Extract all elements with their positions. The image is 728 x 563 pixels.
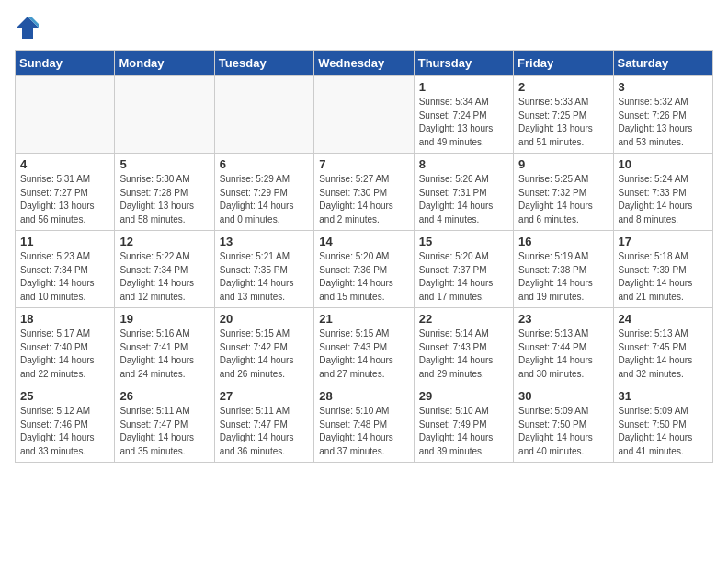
day-cell: 15Sunrise: 5:20 AM Sunset: 7:37 PM Dayli… — [414, 231, 513, 308]
day-info: Sunrise: 5:22 AM Sunset: 7:34 PM Dayligh… — [119, 250, 209, 304]
day-info: Sunrise: 5:11 AM Sunset: 7:47 PM Dayligh… — [119, 405, 209, 458]
day-cell: 25Sunrise: 5:12 AM Sunset: 7:46 PM Dayli… — [16, 385, 115, 463]
day-cell — [214, 76, 313, 154]
calendar-header: SundayMondayTuesdayWednesdayThursdayFrid… — [16, 51, 713, 76]
day-number: 25 — [20, 389, 109, 403]
day-cell: 9Sunrise: 5:25 AM Sunset: 7:32 PM Daylig… — [514, 154, 613, 231]
day-number: 13 — [220, 235, 309, 248]
day-cell: 20Sunrise: 5:15 AM Sunset: 7:42 PM Dayli… — [214, 308, 313, 385]
day-number: 10 — [619, 157, 708, 171]
day-number: 20 — [220, 312, 309, 326]
day-cell: 14Sunrise: 5:20 AM Sunset: 7:36 PM Dayli… — [314, 231, 414, 308]
day-cell: 16Sunrise: 5:19 AM Sunset: 7:38 PM Dayli… — [514, 231, 613, 308]
day-cell: 29Sunrise: 5:10 AM Sunset: 7:49 PM Dayli… — [414, 385, 513, 463]
day-cell: 27Sunrise: 5:11 AM Sunset: 7:47 PM Dayli… — [214, 385, 313, 463]
day-info: Sunrise: 5:20 AM Sunset: 7:37 PM Dayligh… — [419, 250, 508, 304]
day-cell: 19Sunrise: 5:16 AM Sunset: 7:41 PM Dayli… — [115, 308, 214, 385]
day-number: 1 — [419, 80, 508, 94]
day-info: Sunrise: 5:31 AM Sunset: 7:27 PM Dayligh… — [20, 173, 109, 226]
day-number: 11 — [20, 235, 109, 248]
day-info: Sunrise: 5:09 AM Sunset: 7:50 PM Dayligh… — [518, 405, 608, 458]
day-info: Sunrise: 5:16 AM Sunset: 7:41 PM Dayligh… — [119, 327, 209, 381]
header-day-thursday: Thursday — [414, 51, 513, 76]
day-number: 6 — [220, 157, 309, 171]
day-info: Sunrise: 5:15 AM Sunset: 7:43 PM Dayligh… — [319, 327, 408, 381]
day-number: 15 — [419, 235, 508, 248]
day-info: Sunrise: 5:10 AM Sunset: 7:48 PM Dayligh… — [319, 405, 408, 458]
day-number: 9 — [518, 157, 608, 171]
day-info: Sunrise: 5:29 AM Sunset: 7:29 PM Dayligh… — [220, 173, 309, 226]
day-cell: 3Sunrise: 5:32 AM Sunset: 7:26 PM Daylig… — [613, 76, 712, 154]
header — [15, 15, 713, 40]
day-info: Sunrise: 5:13 AM Sunset: 7:45 PM Dayligh… — [619, 327, 708, 381]
day-number: 5 — [119, 157, 209, 171]
day-info: Sunrise: 5:33 AM Sunset: 7:25 PM Dayligh… — [518, 96, 608, 149]
week-row-1: 4Sunrise: 5:31 AM Sunset: 7:27 PM Daylig… — [16, 154, 713, 231]
header-day-wednesday: Wednesday — [314, 51, 414, 76]
day-info: Sunrise: 5:09 AM Sunset: 7:50 PM Dayligh… — [619, 405, 708, 458]
day-number: 12 — [119, 235, 209, 248]
day-cell: 23Sunrise: 5:13 AM Sunset: 7:44 PM Dayli… — [514, 308, 613, 385]
header-day-tuesday: Tuesday — [214, 51, 313, 76]
calendar-body: 1Sunrise: 5:34 AM Sunset: 7:24 PM Daylig… — [16, 76, 713, 463]
day-cell — [115, 76, 214, 154]
day-info: Sunrise: 5:25 AM Sunset: 7:32 PM Dayligh… — [518, 173, 608, 226]
day-cell: 7Sunrise: 5:27 AM Sunset: 7:30 PM Daylig… — [314, 154, 414, 231]
day-number: 30 — [518, 389, 608, 403]
day-info: Sunrise: 5:17 AM Sunset: 7:40 PM Dayligh… — [20, 327, 109, 381]
day-number: 26 — [119, 389, 209, 403]
day-number: 19 — [119, 312, 209, 326]
day-cell: 22Sunrise: 5:14 AM Sunset: 7:43 PM Dayli… — [414, 308, 513, 385]
page: SundayMondayTuesdayWednesdayThursdayFrid… — [0, 0, 728, 563]
header-row: SundayMondayTuesdayWednesdayThursdayFrid… — [16, 51, 713, 76]
day-number: 4 — [20, 157, 109, 171]
day-cell: 24Sunrise: 5:13 AM Sunset: 7:45 PM Dayli… — [613, 308, 712, 385]
day-info: Sunrise: 5:12 AM Sunset: 7:46 PM Dayligh… — [20, 405, 109, 458]
day-cell: 12Sunrise: 5:22 AM Sunset: 7:34 PM Dayli… — [115, 231, 214, 308]
day-info: Sunrise: 5:32 AM Sunset: 7:26 PM Dayligh… — [619, 96, 708, 149]
day-number: 31 — [619, 389, 708, 403]
day-cell: 17Sunrise: 5:18 AM Sunset: 7:39 PM Dayli… — [613, 231, 712, 308]
day-number: 22 — [419, 312, 508, 326]
week-row-4: 25Sunrise: 5:12 AM Sunset: 7:46 PM Dayli… — [16, 385, 713, 463]
day-info: Sunrise: 5:23 AM Sunset: 7:34 PM Dayligh… — [20, 250, 109, 304]
day-number: 18 — [20, 312, 109, 326]
day-info: Sunrise: 5:15 AM Sunset: 7:42 PM Dayligh… — [220, 327, 309, 381]
week-row-0: 1Sunrise: 5:34 AM Sunset: 7:24 PM Daylig… — [16, 76, 713, 154]
day-number: 21 — [319, 312, 408, 326]
header-day-sunday: Sunday — [16, 51, 115, 76]
day-number: 29 — [419, 389, 508, 403]
day-number: 24 — [619, 312, 708, 326]
day-number: 28 — [319, 389, 408, 403]
day-info: Sunrise: 5:26 AM Sunset: 7:31 PM Dayligh… — [419, 173, 508, 226]
day-cell — [314, 76, 414, 154]
day-number: 7 — [319, 157, 408, 171]
day-info: Sunrise: 5:34 AM Sunset: 7:24 PM Dayligh… — [419, 96, 508, 149]
day-number: 14 — [319, 235, 408, 248]
day-info: Sunrise: 5:21 AM Sunset: 7:35 PM Dayligh… — [220, 250, 309, 304]
header-day-monday: Monday — [115, 51, 214, 76]
day-cell: 11Sunrise: 5:23 AM Sunset: 7:34 PM Dayli… — [16, 231, 115, 308]
day-info: Sunrise: 5:11 AM Sunset: 7:47 PM Dayligh… — [220, 405, 309, 458]
week-row-2: 11Sunrise: 5:23 AM Sunset: 7:34 PM Dayli… — [16, 231, 713, 308]
day-number: 17 — [619, 235, 708, 248]
day-cell: 10Sunrise: 5:24 AM Sunset: 7:33 PM Dayli… — [613, 154, 712, 231]
day-number: 3 — [619, 80, 708, 94]
day-info: Sunrise: 5:24 AM Sunset: 7:33 PM Dayligh… — [619, 173, 708, 226]
day-info: Sunrise: 5:20 AM Sunset: 7:36 PM Dayligh… — [319, 250, 408, 304]
day-info: Sunrise: 5:19 AM Sunset: 7:38 PM Dayligh… — [518, 250, 608, 304]
day-cell: 6Sunrise: 5:29 AM Sunset: 7:29 PM Daylig… — [214, 154, 313, 231]
day-number: 2 — [518, 80, 608, 94]
calendar-table: SundayMondayTuesdayWednesdayThursdayFrid… — [15, 50, 713, 463]
day-info: Sunrise: 5:30 AM Sunset: 7:28 PM Dayligh… — [119, 173, 209, 226]
day-cell: 18Sunrise: 5:17 AM Sunset: 7:40 PM Dayli… — [16, 308, 115, 385]
svg-marker-0 — [17, 17, 39, 39]
day-cell: 13Sunrise: 5:21 AM Sunset: 7:35 PM Dayli… — [214, 231, 313, 308]
day-info: Sunrise: 5:18 AM Sunset: 7:39 PM Dayligh… — [619, 250, 708, 304]
day-number: 23 — [518, 312, 608, 326]
day-info: Sunrise: 5:14 AM Sunset: 7:43 PM Dayligh… — [419, 327, 508, 381]
logo-icon — [15, 15, 40, 40]
day-cell: 8Sunrise: 5:26 AM Sunset: 7:31 PM Daylig… — [414, 154, 513, 231]
day-info: Sunrise: 5:10 AM Sunset: 7:49 PM Dayligh… — [419, 405, 508, 458]
day-cell: 26Sunrise: 5:11 AM Sunset: 7:47 PM Dayli… — [115, 385, 214, 463]
